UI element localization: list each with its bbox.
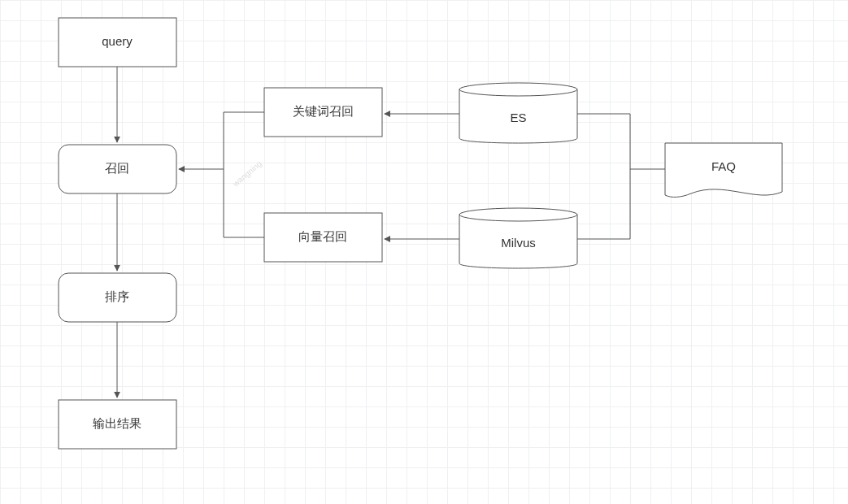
label-es: ES bbox=[510, 111, 526, 124]
svg-point-1 bbox=[459, 208, 577, 221]
conn-faq-milvus bbox=[577, 169, 630, 239]
label-recall: 召回 bbox=[105, 161, 129, 175]
label-faq: FAQ bbox=[711, 159, 736, 173]
label-output: 输出结果 bbox=[93, 416, 141, 430]
label-milvus: Milvus bbox=[501, 236, 536, 250]
label-rank: 排序 bbox=[105, 289, 129, 303]
conn-faq-es bbox=[577, 114, 665, 169]
svg-point-0 bbox=[459, 83, 577, 96]
label-query: query bbox=[102, 34, 133, 48]
label-vector-recall: 向量召回 bbox=[298, 229, 347, 243]
label-keyword-recall: 关键词召回 bbox=[293, 104, 354, 118]
watermark: wangning bbox=[230, 159, 263, 189]
diagram-canvas: query 召回 排序 输出结果 关键词召回 向量召回 ES Milvus FA… bbox=[0, 0, 848, 504]
